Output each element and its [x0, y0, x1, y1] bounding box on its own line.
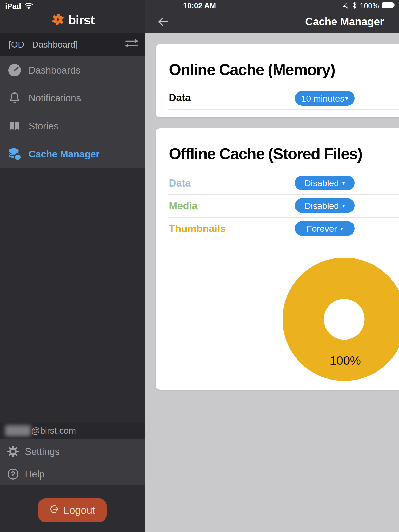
logout-icon — [49, 504, 59, 516]
location-icon — [343, 2, 349, 10]
redacted-email-blur — [5, 425, 31, 436]
status-bar-right: 100% — [343, 1, 396, 10]
content-area: Online Cache (Memory) Data 10 minutes ▾ … — [145, 33, 399, 532]
offline-data-label: Data — [169, 178, 191, 188]
sidebar-footer-menu: Settings ? Help — [0, 439, 145, 485]
workspace-switcher[interactable]: [OD - Dashboard] — [0, 33, 145, 56]
offline-cache-card: Offline Cache (Stored Files) Data Disabl… — [156, 128, 399, 390]
sidebar-top-block: iPad — [0, 0, 145, 33]
sidebar-item-label: Cache Manager — [29, 149, 100, 159]
offline-media-label: Media — [169, 201, 198, 211]
carrier-label: iPad — [5, 3, 21, 10]
chevron-down-icon: ▾ — [340, 226, 343, 231]
account-email-row: @birst.com — [0, 422, 145, 439]
database-icon — [7, 147, 22, 161]
divider — [168, 240, 399, 240]
header: 10:02 AM 100% Cache Manager — [145, 0, 399, 33]
logout-button[interactable]: Logout — [38, 498, 107, 522]
offline-data-dropdown[interactable]: Disabled ▾ — [295, 176, 355, 190]
logout-label: Logout — [63, 504, 95, 516]
online-cache-card: Online Cache (Memory) Data 10 minutes ▾ — [156, 44, 399, 117]
divider — [168, 217, 399, 218]
bluetooth-icon — [352, 1, 357, 10]
sidebar-item-label: Help — [25, 469, 45, 479]
chevron-down-icon: ▾ — [342, 203, 345, 208]
brand-logo: birst — [0, 12, 145, 28]
brand-wordmark: birst — [68, 14, 94, 26]
divider — [168, 86, 399, 86]
wifi-icon — [24, 2, 34, 11]
divider — [168, 170, 399, 170]
sidebar-item-label: Settings — [25, 447, 60, 456]
main-panel: 10:02 AM 100% Cache Manager — [145, 0, 399, 532]
book-icon — [7, 119, 22, 133]
dropdown-value: Forever — [307, 224, 337, 233]
sidebar-item-dashboards[interactable]: Dashboards — [0, 59, 145, 81]
birst-swirl-icon — [51, 12, 65, 28]
sidebar-item-label: Notifications — [29, 93, 81, 103]
bell-icon — [7, 91, 22, 105]
app-screen: iPad — [0, 0, 399, 532]
workspace-label: [OD - Dashboard] — [9, 39, 78, 50]
gauge-icon — [7, 63, 22, 77]
sidebar-item-help[interactable]: ? Help — [0, 464, 145, 484]
sidebar-item-settings[interactable]: Settings — [0, 441, 145, 462]
sidebar: iPad — [0, 0, 145, 532]
account-email-domain: @birst.com — [31, 425, 76, 436]
status-bar-left: iPad — [5, 2, 34, 11]
dropdown-value: Disabled — [304, 201, 339, 210]
swap-arrows-icon[interactable] — [124, 38, 139, 51]
sidebar-bottom-block: Logout — [0, 485, 145, 532]
svg-text:?: ? — [11, 470, 15, 478]
sidebar-menu: Dashboards Notifications Stories Cache M… — [0, 56, 145, 168]
online-data-label: Data — [169, 92, 191, 103]
chevron-down-icon: ▾ — [345, 95, 348, 102]
sidebar-item-cache-manager[interactable]: Cache Manager — [0, 143, 145, 165]
battery-icon — [381, 2, 396, 10]
status-time: 10:02 AM — [183, 2, 216, 10]
sidebar-item-label: Dashboards — [29, 65, 81, 75]
offline-thumbnails-dropdown[interactable]: Forever ▾ — [295, 221, 355, 236]
dropdown-value: 10 minutes — [301, 94, 344, 103]
sidebar-item-stories[interactable]: Stories — [0, 115, 145, 137]
dropdown-value: Disabled — [304, 179, 339, 188]
sidebar-item-label: Stories — [29, 121, 58, 131]
offline-cache-title: Offline Cache (Stored Files) — [169, 146, 362, 162]
offline-thumbnails-label: Thumbnails — [169, 223, 226, 234]
donut-percent-label: 100% — [330, 354, 361, 367]
offline-media-dropdown[interactable]: Disabled ▾ — [295, 198, 355, 213]
online-data-dropdown[interactable]: 10 minutes ▾ — [295, 91, 355, 106]
page-title: Cache Manager — [305, 16, 384, 27]
back-button[interactable] — [157, 17, 169, 27]
sidebar-item-notifications[interactable]: Notifications — [0, 87, 145, 109]
chevron-down-icon: ▾ — [342, 181, 345, 186]
online-cache-title: Online Cache (Memory) — [169, 62, 335, 78]
divider — [168, 109, 399, 110]
help-circle-icon: ? — [7, 468, 19, 480]
divider — [168, 194, 399, 195]
battery-percent-label: 100% — [360, 2, 379, 10]
gear-icon — [7, 445, 19, 458]
